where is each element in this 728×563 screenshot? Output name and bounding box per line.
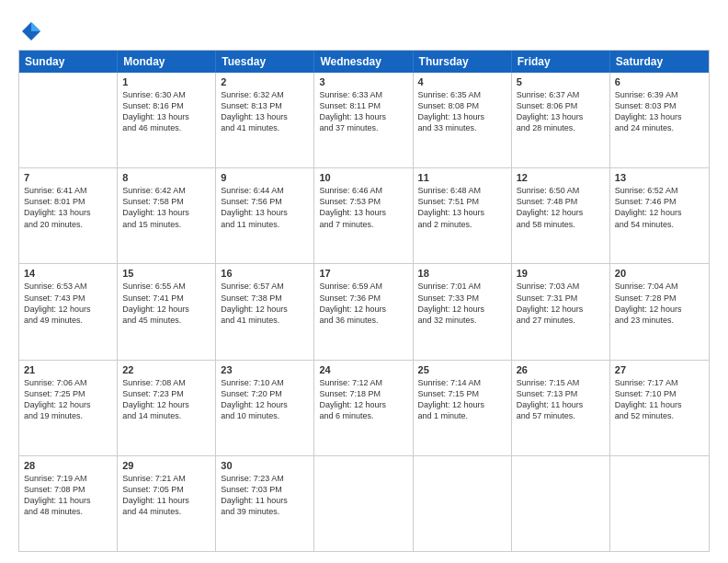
cal-cell-3: 3Sunrise: 6:33 AMSunset: 8:11 PMDaylight… <box>314 73 413 167</box>
cell-line-3: and 36 minutes. <box>319 315 407 326</box>
logo <box>18 18 48 44</box>
day-number: 9 <box>221 172 309 183</box>
week-row-2: 7Sunrise: 6:41 AMSunset: 8:01 PMDaylight… <box>19 167 709 263</box>
cell-line-1: Sunset: 8:03 PM <box>615 100 704 111</box>
cell-line-3: and 44 minutes. <box>122 506 210 517</box>
header-day-sunday: Sunday <box>19 51 118 73</box>
cell-line-0: Sunrise: 6:57 AM <box>221 281 309 292</box>
cell-line-2: Daylight: 12 hours <box>24 304 112 315</box>
day-number: 17 <box>319 268 407 279</box>
cal-cell-14: 14Sunrise: 6:53 AMSunset: 7:43 PMDayligh… <box>19 264 118 359</box>
cell-line-2: Daylight: 13 hours <box>319 207 407 218</box>
cal-cell-16: 16Sunrise: 6:57 AMSunset: 7:38 PMDayligh… <box>216 264 314 359</box>
day-number: 13 <box>615 172 704 183</box>
cell-line-0: Sunrise: 6:48 AM <box>418 185 506 196</box>
cell-line-0: Sunrise: 6:55 AM <box>122 281 210 292</box>
cal-cell-9: 9Sunrise: 6:44 AMSunset: 7:56 PMDaylight… <box>216 168 314 263</box>
cell-line-2: Daylight: 12 hours <box>319 399 407 410</box>
cell-line-3: and 41 minutes. <box>221 315 309 326</box>
cell-line-0: Sunrise: 7:04 AM <box>615 281 704 292</box>
cell-line-3: and 28 minutes. <box>517 122 605 133</box>
day-number: 30 <box>221 460 309 471</box>
cell-line-3: and 15 minutes. <box>122 219 210 230</box>
cell-line-0: Sunrise: 7:21 AM <box>122 473 210 484</box>
cell-line-1: Sunset: 8:16 PM <box>122 100 210 111</box>
cal-cell-8: 8Sunrise: 6:42 AMSunset: 7:58 PMDaylight… <box>118 168 216 263</box>
cell-line-3: and 24 minutes. <box>615 122 704 133</box>
cal-cell-20: 20Sunrise: 7:04 AMSunset: 7:28 PMDayligh… <box>610 264 709 359</box>
logo-icon <box>18 18 44 44</box>
cell-line-3: and 39 minutes. <box>221 506 309 517</box>
cell-line-0: Sunrise: 6:35 AM <box>418 89 506 100</box>
cell-line-2: Daylight: 13 hours <box>122 207 210 218</box>
cal-cell-empty-0 <box>19 73 118 167</box>
day-number: 8 <box>122 172 210 183</box>
cell-line-2: Daylight: 12 hours <box>221 304 309 315</box>
header-day-saturday: Saturday <box>610 51 709 73</box>
cal-cell-empty-5 <box>512 456 610 551</box>
cell-line-2: Daylight: 12 hours <box>418 304 506 315</box>
cell-line-0: Sunrise: 7:17 AM <box>615 377 704 388</box>
cell-line-0: Sunrise: 7:15 AM <box>517 377 605 388</box>
day-number: 2 <box>221 76 309 87</box>
cal-cell-11: 11Sunrise: 6:48 AMSunset: 7:51 PMDayligh… <box>414 168 512 263</box>
cell-line-0: Sunrise: 6:53 AM <box>24 281 112 292</box>
week-row-3: 14Sunrise: 6:53 AMSunset: 7:43 PMDayligh… <box>19 263 709 359</box>
cell-line-0: Sunrise: 7:08 AM <box>122 377 210 388</box>
cell-line-2: Daylight: 11 hours <box>221 495 309 506</box>
cell-line-0: Sunrise: 7:01 AM <box>418 281 506 292</box>
cell-line-2: Daylight: 13 hours <box>122 111 210 122</box>
cell-line-3: and 45 minutes. <box>122 315 210 326</box>
cell-line-1: Sunset: 7:58 PM <box>122 196 210 207</box>
day-number: 7 <box>24 172 112 183</box>
cell-line-1: Sunset: 7:46 PM <box>615 196 704 207</box>
calendar-body: 1Sunrise: 6:30 AMSunset: 8:16 PMDaylight… <box>19 73 709 551</box>
cell-line-3: and 27 minutes. <box>517 315 605 326</box>
cell-line-0: Sunrise: 6:50 AM <box>517 185 605 196</box>
cell-line-1: Sunset: 7:05 PM <box>122 484 210 495</box>
cal-cell-30: 30Sunrise: 7:23 AMSunset: 7:03 PMDayligh… <box>216 456 314 551</box>
header-day-wednesday: Wednesday <box>314 51 413 73</box>
day-number: 25 <box>418 364 506 375</box>
cell-line-1: Sunset: 8:13 PM <box>221 100 309 111</box>
cell-line-1: Sunset: 7:53 PM <box>319 196 407 207</box>
day-number: 23 <box>221 364 309 375</box>
day-number: 28 <box>24 460 112 471</box>
cell-line-3: and 49 minutes. <box>24 315 112 326</box>
header <box>18 15 710 44</box>
day-number: 11 <box>418 172 506 183</box>
cell-line-3: and 33 minutes. <box>418 122 506 133</box>
cell-line-2: Daylight: 12 hours <box>418 399 506 410</box>
cell-line-3: and 20 minutes. <box>24 219 112 230</box>
cell-line-2: Daylight: 13 hours <box>319 111 407 122</box>
cell-line-0: Sunrise: 6:46 AM <box>319 185 407 196</box>
cell-line-3: and 48 minutes. <box>24 506 112 517</box>
day-number: 26 <box>517 364 605 375</box>
cell-line-3: and 52 minutes. <box>615 410 704 421</box>
cell-line-1: Sunset: 7:38 PM <box>221 293 309 304</box>
cell-line-3: and 46 minutes. <box>122 122 210 133</box>
cell-line-1: Sunset: 7:48 PM <box>517 196 605 207</box>
day-number: 22 <box>122 364 210 375</box>
day-number: 10 <box>319 172 407 183</box>
cal-cell-15: 15Sunrise: 6:55 AMSunset: 7:41 PMDayligh… <box>118 264 216 359</box>
cell-line-2: Daylight: 11 hours <box>615 399 704 410</box>
cell-line-1: Sunset: 7:20 PM <box>221 388 309 399</box>
cell-line-3: and 11 minutes. <box>221 219 309 230</box>
page: SundayMondayTuesdayWednesdayThursdayFrid… <box>0 0 728 563</box>
cell-line-1: Sunset: 7:13 PM <box>517 388 605 399</box>
cell-line-2: Daylight: 13 hours <box>24 207 112 218</box>
cell-line-2: Daylight: 12 hours <box>319 304 407 315</box>
cal-cell-21: 21Sunrise: 7:06 AMSunset: 7:25 PMDayligh… <box>19 361 118 455</box>
cell-line-1: Sunset: 7:08 PM <box>24 484 112 495</box>
day-number: 4 <box>418 76 506 87</box>
day-number: 6 <box>615 76 704 87</box>
cell-line-0: Sunrise: 7:14 AM <box>418 377 506 388</box>
cell-line-2: Daylight: 13 hours <box>418 207 506 218</box>
cell-line-2: Daylight: 12 hours <box>517 207 605 218</box>
cell-line-2: Daylight: 11 hours <box>517 399 605 410</box>
cell-line-0: Sunrise: 7:23 AM <box>221 473 309 484</box>
cell-line-0: Sunrise: 6:41 AM <box>24 185 112 196</box>
header-day-thursday: Thursday <box>414 51 512 73</box>
cell-line-2: Daylight: 12 hours <box>24 399 112 410</box>
